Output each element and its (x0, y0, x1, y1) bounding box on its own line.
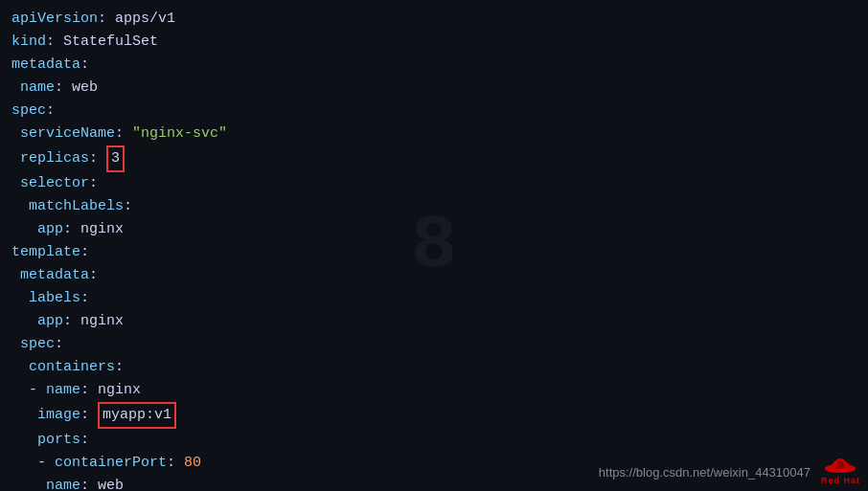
key-kind: kind (11, 31, 46, 54)
key-name2: name (46, 379, 80, 402)
val-name3: web (98, 475, 124, 491)
line-app1: app: nginx (11, 218, 857, 241)
line-spec2: spec: (11, 333, 857, 356)
val-containerport: 80 (184, 452, 201, 475)
line-metadata: metadata: (11, 54, 857, 77)
key-app2: app (37, 310, 63, 333)
key-matchlabels: matchLabels (29, 195, 124, 218)
redhat-logo: Red Hat (821, 455, 860, 487)
key-image: image (37, 404, 80, 427)
line-kind: kind: StatefulSet (11, 31, 857, 54)
key-apiversion: apiVersion (11, 8, 98, 31)
val-apiversion: apps/v1 (115, 8, 175, 31)
key-spec: spec (11, 100, 46, 123)
line-containers: containers: (11, 356, 857, 379)
line-name2: - name: nginx (11, 379, 857, 402)
line-meta2: metadata: (11, 264, 857, 287)
key-replicas: replicas (20, 147, 89, 170)
val-app1: nginx (80, 218, 124, 241)
line-image: image: myapp:v1 (11, 402, 857, 429)
code-container: 8 apiVersion: apps/v1 kind: StatefulSet … (0, 0, 868, 491)
line-matchlabels: matchLabels: (11, 195, 857, 218)
line-selector: selector: (11, 172, 857, 195)
val-name: web (72, 77, 98, 100)
line-apiversion: apiVersion: apps/v1 (11, 8, 857, 31)
key-name3: name (46, 475, 80, 491)
line-spec: spec: (11, 100, 857, 123)
val-app2: nginx (80, 310, 124, 333)
key-servicename: serviceName (20, 123, 115, 145)
key-meta2: metadata (20, 264, 89, 287)
key-labels: labels (29, 287, 80, 310)
key-app1: app (37, 218, 63, 241)
key-name: name (20, 77, 55, 100)
key-metadata: metadata (11, 54, 80, 77)
line-ports: ports: (11, 429, 857, 452)
val-replicas-highlight: 3 (106, 145, 125, 172)
line-servicename: serviceName: "nginx-svc" (11, 123, 857, 145)
val-kind: StatefulSet (63, 31, 158, 54)
line-template: template: (11, 241, 857, 264)
redhat-text: Red Hat (821, 474, 860, 487)
redhat-hat-icon (823, 455, 857, 474)
line-app2: app: nginx (11, 310, 857, 333)
key-containers: containers (29, 356, 115, 379)
key-containerport: containerPort (55, 452, 167, 475)
key-ports: ports (37, 429, 80, 452)
key-selector: selector (20, 172, 89, 195)
footer-url: https://blog.csdn.net/weixin_44310047 (599, 463, 811, 483)
line-replicas: replicas: 3 (11, 145, 857, 172)
line-labels: labels: (11, 287, 857, 310)
key-template: template (11, 241, 80, 264)
val-image-highlight: myapp:v1 (98, 402, 176, 429)
key-spec2: spec (20, 333, 55, 356)
line-name: name: web (11, 77, 857, 100)
val-name2: nginx (98, 379, 141, 402)
val-servicename: "nginx-svc" (132, 123, 227, 145)
